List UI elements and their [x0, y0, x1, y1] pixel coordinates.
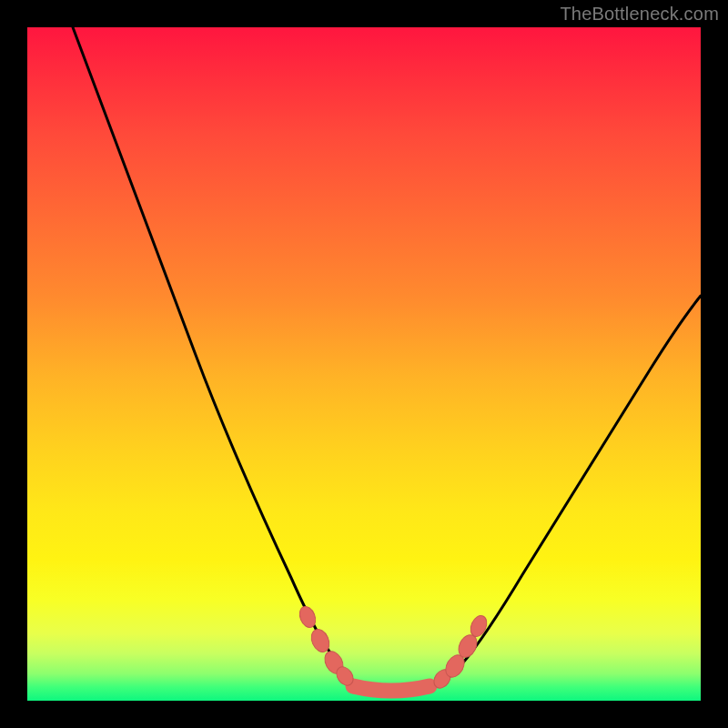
bottleneck-curve-svg: [27, 27, 701, 701]
markers-group: [297, 604, 490, 692]
trough-pill: [353, 686, 430, 691]
watermark-text: TheBottleneck.com: [560, 4, 719, 25]
bottleneck-curve-path: [73, 27, 701, 693]
chart-frame: TheBottleneck.com: [0, 0, 728, 728]
plot-area: [27, 27, 701, 701]
